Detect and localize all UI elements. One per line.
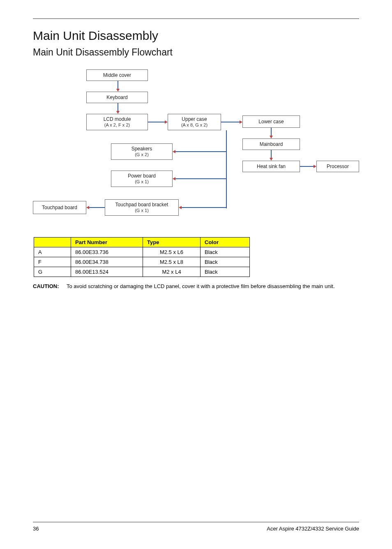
th-color: Color	[201, 238, 250, 247]
node-label: Power board	[128, 173, 156, 179]
node-upper-case: Upper case (A x 8, G x 2)	[168, 114, 221, 130]
cell-type: M2.5 x L6	[143, 247, 201, 257]
caution-note: CAUTION: To avoid scratching or damaging…	[33, 283, 359, 291]
node-label: Lower case	[258, 119, 284, 125]
node-label: Heat sink fan	[257, 164, 286, 169]
node-annotation: (A x 2, F x 2)	[104, 122, 130, 128]
node-label: Upper case	[182, 116, 207, 122]
node-mainboard: Mainboard	[242, 138, 300, 150]
cell-pn: 86.00E34.738	[71, 257, 143, 267]
cell-type: M2.5 x L8	[143, 257, 201, 267]
node-label: Touchpad board	[42, 205, 77, 210]
th-blank	[34, 238, 71, 247]
cell-code: G	[34, 267, 71, 277]
page-number: 36	[33, 526, 39, 532]
node-processor: Processor	[316, 161, 359, 172]
node-annotation: (G x 1)	[135, 208, 149, 213]
cell-pn: 86.00E13.524	[71, 267, 143, 277]
node-touchpad-board: Touchpad board	[33, 201, 86, 214]
node-label: Middle cover	[103, 72, 131, 78]
section-subtitle: Main Unit Disassembly Flowchart	[33, 47, 359, 58]
table-row: F 86.00E34.738 M2.5 x L8 Black	[34, 257, 250, 267]
cell-pn: 86.00E33.736	[71, 247, 143, 257]
th-part-number: Part Number	[71, 238, 143, 247]
cell-color: Black	[201, 267, 250, 277]
node-annotation: (A x 8, G x 2)	[181, 122, 208, 128]
node-annotation: (G x 2)	[135, 152, 149, 157]
node-middle-cover: Middle cover	[86, 69, 148, 81]
cell-code: A	[34, 247, 71, 257]
table-row: G 86.00E13.524 M2 x L4 Black	[34, 267, 250, 277]
table-row: A 86.00E33.736 M2.5 x L6 Black	[34, 247, 250, 257]
page-footer: 36 Acer Aspire 4732Z/4332 Service Guide	[33, 522, 359, 532]
node-touchpad-bracket: Touchpad board bracket (G x 1)	[105, 199, 179, 216]
node-label: Keyboard	[106, 95, 127, 100]
caution-label: CAUTION:	[33, 283, 67, 291]
node-power-board: Power board (G x 1)	[111, 171, 173, 187]
doc-title: Acer Aspire 4732Z/4332 Service Guide	[267, 526, 359, 532]
node-annotation: (G x 1)	[135, 179, 149, 185]
node-label: Speakers	[131, 146, 152, 152]
table-header-row: Part Number Type Color	[34, 238, 250, 247]
node-keyboard: Keyboard	[86, 92, 148, 103]
node-label: Touchpad board bracket	[115, 202, 168, 208]
page-title: Main Unit Disassembly	[33, 29, 359, 43]
node-lower-case: Lower case	[242, 115, 300, 128]
th-type: Type	[143, 238, 201, 247]
node-label: Mainboard	[260, 141, 283, 147]
cell-type: M2 x L4	[143, 267, 201, 277]
parts-table: Part Number Type Color A 86.00E33.736 M2…	[34, 237, 250, 277]
cell-color: Black	[201, 257, 250, 267]
node-lcd-module: LCD module (A x 2, F x 2)	[86, 114, 148, 130]
flowchart-diagram: Middle cover Keyboard LCD module (A x 2,…	[33, 65, 359, 230]
cell-code: F	[34, 257, 71, 267]
cell-color: Black	[201, 247, 250, 257]
node-label: Processor	[327, 164, 349, 169]
caution-text: To avoid scratching or damaging the LCD …	[67, 283, 359, 291]
node-heat-sink-fan: Heat sink fan	[242, 161, 300, 172]
node-label: LCD module	[104, 116, 131, 122]
node-speakers: Speakers (G x 2)	[111, 143, 173, 160]
